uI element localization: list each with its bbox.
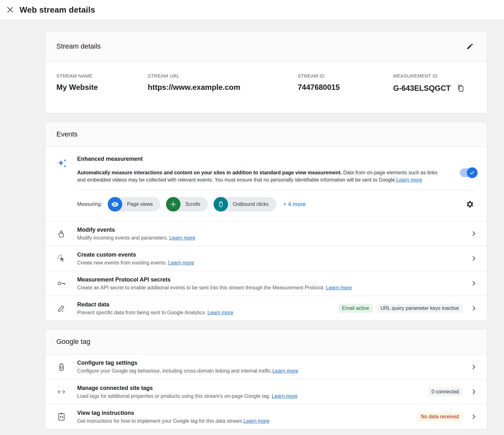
chip-scrolls[interactable]: Scrolls xyxy=(166,197,208,212)
stream-details-body: STREAM NAME My Website STREAM URL https:… xyxy=(45,62,487,113)
configure-tag-main: Configure tag settings Configure your Go… xyxy=(77,360,469,374)
stream-name-label: STREAM NAME xyxy=(56,73,148,78)
manage-tags-badges: 0 connected xyxy=(428,387,462,396)
events-title: Events xyxy=(56,130,77,138)
chevron-right-icon xyxy=(470,304,478,312)
copy-measurement-id-button[interactable] xyxy=(455,83,466,94)
modify-events-desc-text: Modify incoming events and parameters. xyxy=(77,235,169,241)
connected-count-badge: 0 connected xyxy=(428,387,462,396)
stream-id-value: 7447680015 xyxy=(298,83,393,92)
configure-tag-desc-text: Configure your Google tag behaviour, inc… xyxy=(77,368,272,374)
redact-data-desc: Prevent specific data from being sent to… xyxy=(77,310,332,316)
redact-data-learn-more-link[interactable]: Learn more xyxy=(208,310,233,315)
gear-icon xyxy=(466,200,474,208)
chip-scrolls-label: Scrolls xyxy=(180,201,208,207)
redact-icon xyxy=(57,304,66,313)
svg-text:G: G xyxy=(60,365,63,370)
modify-events-learn-more-link[interactable]: Learn more xyxy=(169,235,195,241)
enhanced-desc-bold: Automatically measure interactions and c… xyxy=(77,170,342,175)
configure-tag-icon-col: G xyxy=(45,362,77,372)
field-stream-id: STREAM ID 7447680015 xyxy=(298,73,393,94)
row-manage-connected-site-tags[interactable]: Manage connected site tags Load tags for… xyxy=(45,379,487,404)
view-instructions-main: View tag instructions Get instructions f… xyxy=(77,410,417,424)
view-instructions-desc: Get instructions for how to implement yo… xyxy=(77,418,411,424)
chevron-right-icon xyxy=(470,255,478,262)
api-secrets-learn-more-link[interactable]: Learn more xyxy=(326,285,352,290)
manage-tags-learn-more-link[interactable]: Learn more xyxy=(272,393,298,399)
web-stream-details-page: Web stream details Stream details STREAM… xyxy=(0,0,504,435)
manage-tags-title: Manage connected site tags xyxy=(77,385,422,392)
field-stream-name: STREAM NAME My Website xyxy=(56,73,148,94)
outbound-clicks-circle xyxy=(214,197,228,212)
sparkles-icon xyxy=(56,157,69,171)
stream-name-value: My Website xyxy=(56,83,148,92)
chip-outbound-clicks[interactable]: Outbound clicks xyxy=(214,197,276,212)
row-view-tag-instructions[interactable]: View tag instructions Get instructions f… xyxy=(45,404,487,429)
modify-events-chevron[interactable] xyxy=(469,230,478,237)
manage-tags-desc: Load tags for additional properties or p… xyxy=(77,393,422,399)
view-instructions-title: View tag instructions xyxy=(77,410,411,416)
close-button[interactable] xyxy=(4,4,16,15)
email-active-badge: Email active xyxy=(338,304,372,313)
chevron-right-icon xyxy=(470,363,478,371)
chip-page-views[interactable]: Page views xyxy=(108,197,160,212)
enhanced-toggle-col xyxy=(442,156,477,183)
view-instructions-learn-more-link[interactable]: Learn more xyxy=(243,418,269,424)
google-tag-title: Google tag xyxy=(56,338,90,346)
manage-tags-chevron[interactable] xyxy=(469,388,478,396)
measurement-id-value: G-643ELSQGCT xyxy=(393,83,476,94)
key-icon xyxy=(57,279,66,288)
row-modify-events[interactable]: Modify events Modify incoming events and… xyxy=(45,221,487,246)
events-header: Events xyxy=(45,122,487,147)
configure-tag-chevron[interactable] xyxy=(469,363,478,371)
page-views-circle xyxy=(108,197,122,212)
chevron-right-icon xyxy=(470,230,478,237)
enhanced-measurement-description: Automatically measure interactions and c… xyxy=(77,169,442,183)
configure-tag-desc: Configure your Google tag behaviour, inc… xyxy=(77,368,463,374)
field-stream-url: STREAM URL https://www.example.com xyxy=(148,73,298,94)
enhanced-learn-more-link[interactable]: Learn more xyxy=(396,177,422,183)
redact-data-icon-col xyxy=(45,304,77,313)
enhanced-measurement-toggle[interactable] xyxy=(460,168,477,177)
scrolls-circle xyxy=(166,197,180,212)
row-create-custom-events[interactable]: Create custom events Create new events f… xyxy=(45,246,487,271)
create-custom-events-title: Create custom events xyxy=(77,252,463,258)
mouse-icon xyxy=(217,200,225,208)
configure-tag-learn-more-link[interactable]: Learn more xyxy=(272,368,298,374)
google-tag-icon: G xyxy=(57,362,66,372)
redact-data-chevron[interactable] xyxy=(469,304,478,312)
create-custom-events-learn-more-link[interactable]: Learn more xyxy=(168,260,194,265)
check-icon xyxy=(469,170,475,176)
chip-outbound-clicks-label: Outbound clicks xyxy=(228,201,276,207)
stream-url-label: STREAM URL xyxy=(148,73,298,78)
modify-events-icon-col xyxy=(45,229,77,238)
more-measurements-link[interactable]: + 4 more xyxy=(283,201,306,208)
row-redact-data[interactable]: Redact data Prevent specific data from b… xyxy=(45,296,487,321)
manage-tags-main: Manage connected site tags Load tags for… xyxy=(77,385,428,399)
edit-stream-button[interactable] xyxy=(463,39,477,53)
configure-tag-title: Configure tag settings xyxy=(77,360,463,366)
enhanced-measurement-section: Enhanced measurement Automatically measu… xyxy=(45,147,487,190)
stream-details-header: Stream details xyxy=(45,31,487,62)
topbar: Web stream details xyxy=(0,0,504,20)
cursor-click-icon xyxy=(57,254,66,263)
row-measurement-protocol-api-secrets[interactable]: Measurement Protocol API secrets Create … xyxy=(45,271,487,296)
redact-data-main: Redact data Prevent specific data from b… xyxy=(77,301,338,316)
touch-icon xyxy=(57,229,66,238)
create-custom-events-desc: Create new events from existing events. … xyxy=(77,260,463,266)
row-configure-tag-settings[interactable]: G Configure tag settings Configure your … xyxy=(45,354,487,379)
code-icon xyxy=(57,387,66,397)
chevron-right-icon xyxy=(470,388,478,396)
enhanced-measurement-settings-button[interactable] xyxy=(463,197,477,211)
view-instructions-chevron[interactable] xyxy=(469,413,478,420)
api-secrets-title: Measurement Protocol API secrets xyxy=(77,276,463,283)
eye-icon xyxy=(111,200,119,208)
chip-page-views-label: Page views xyxy=(122,201,160,207)
enhanced-measurement-icon-col xyxy=(56,156,77,183)
api-secrets-chevron[interactable] xyxy=(469,280,478,287)
enhanced-measurement-title: Enhanced measurement xyxy=(77,156,442,162)
create-custom-events-chevron[interactable] xyxy=(469,255,478,262)
google-tag-card: Google tag G Configure tag settings Conf… xyxy=(45,329,487,429)
chevron-right-icon xyxy=(470,280,478,287)
content-area: Stream details STREAM NAME My Website ST… xyxy=(0,20,504,429)
